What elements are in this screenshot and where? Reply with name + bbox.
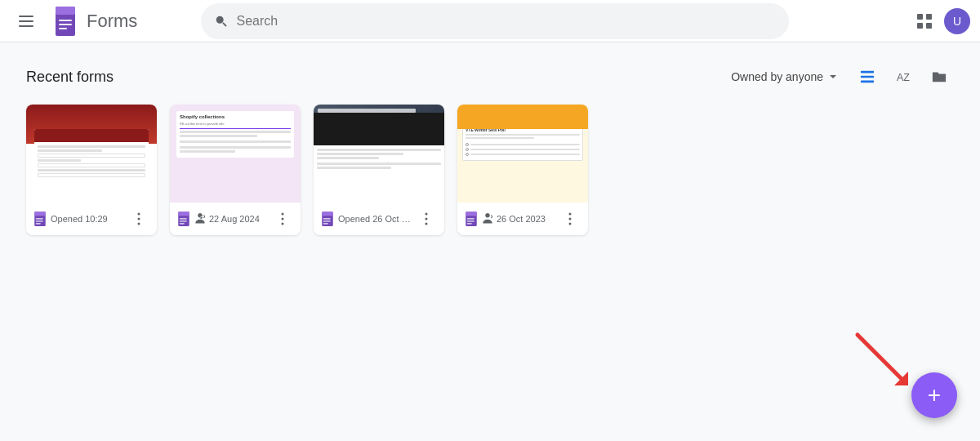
- svg-rect-33: [322, 212, 333, 216]
- apps-button[interactable]: [908, 5, 941, 38]
- card-meta-4: 26 Oct 2023: [497, 214, 555, 224]
- svg-line-48: [858, 335, 902, 380]
- card-footer-3: Opened 26 Oct 2023: [314, 203, 444, 235]
- card-more-button-4[interactable]: [559, 207, 581, 230]
- forms-card-icon-4: [464, 212, 479, 226]
- svg-rect-14: [861, 81, 874, 83]
- svg-marker-49: [894, 372, 908, 385]
- forms-card-icon-2: [176, 212, 191, 226]
- search-bar-container: [201, 3, 789, 39]
- owned-by-button[interactable]: Owned by anyone: [724, 67, 846, 87]
- svg-rect-8: [917, 14, 923, 20]
- list-view-icon: [860, 69, 875, 84]
- svg-rect-28: [180, 223, 185, 224]
- svg-rect-5: [59, 20, 72, 21]
- form-card-1[interactable]: Opened 10:29: [26, 105, 157, 235]
- svg-rect-1: [19, 20, 33, 22]
- svg-point-30: [282, 218, 284, 220]
- svg-rect-4: [56, 7, 75, 15]
- svg-point-45: [569, 213, 572, 216]
- app-name: Forms: [87, 11, 137, 32]
- svg-rect-12: [861, 71, 874, 74]
- svg-rect-20: [36, 223, 41, 224]
- svg-rect-9: [926, 14, 932, 20]
- svg-rect-34: [323, 218, 331, 219]
- cards-grid: Opened 10:29 Shopify collections Fill ou…: [26, 105, 954, 235]
- card-preview-1: [26, 105, 157, 203]
- folder-icon: [932, 69, 947, 84]
- svg-rect-26: [180, 218, 187, 219]
- main-content: Recent forms Owned by anyone AZ: [0, 42, 980, 255]
- svg-point-47: [569, 223, 572, 225]
- list-view-button[interactable]: [853, 62, 882, 91]
- arrow-hint: [849, 327, 915, 392]
- svg-rect-36: [323, 223, 328, 224]
- svg-point-22: [138, 218, 140, 220]
- forms-logo-icon: [49, 5, 82, 38]
- card-preview-4: VTE Winter Skill Poll: [457, 105, 588, 203]
- svg-rect-42: [467, 218, 474, 219]
- svg-rect-25: [178, 212, 189, 216]
- card-more-button-2[interactable]: [271, 207, 294, 230]
- svg-rect-2: [19, 25, 33, 27]
- preview-content-4: VTE Winter Skill Poll: [462, 124, 583, 161]
- svg-rect-35: [323, 220, 331, 221]
- sort-button[interactable]: AZ: [889, 62, 918, 91]
- svg-point-31: [282, 223, 284, 225]
- search-bar: [201, 3, 789, 39]
- avatar[interactable]: U: [944, 8, 970, 34]
- svg-rect-43: [467, 220, 474, 221]
- menu-button[interactable]: [10, 5, 42, 38]
- header: Forms U: [0, 0, 980, 42]
- svg-rect-13: [861, 76, 874, 78]
- card-meta-1: Opened 10:29: [51, 214, 124, 224]
- card-footer-1: Opened 10:29: [26, 203, 157, 235]
- svg-point-37: [425, 213, 428, 216]
- svg-rect-19: [36, 220, 43, 221]
- owned-by-label: Owned by anyone: [731, 70, 823, 83]
- more-vert-icon-4: [564, 212, 577, 225]
- svg-point-29: [282, 213, 284, 216]
- folder-view-button[interactable]: [924, 62, 954, 91]
- card-footer-4: 26 Oct 2023: [457, 203, 588, 235]
- card-more-button-1[interactable]: [127, 207, 150, 230]
- svg-point-39: [425, 223, 428, 225]
- forms-card-icon-1: [33, 212, 47, 226]
- section-title: Recent forms: [26, 69, 114, 86]
- svg-point-38: [425, 218, 428, 220]
- svg-rect-18: [36, 218, 43, 219]
- new-form-fab[interactable]: +: [911, 372, 957, 418]
- hamburger-icon: [19, 16, 33, 27]
- svg-point-46: [569, 218, 572, 220]
- section-controls: Owned by anyone AZ: [724, 62, 954, 91]
- preview-content-2: Shopify collections Fill out this form t…: [176, 111, 294, 158]
- app-logo[interactable]: Forms: [49, 5, 137, 38]
- section-header: Recent forms Owned by anyone AZ: [26, 62, 954, 91]
- svg-rect-11: [926, 23, 932, 29]
- form-card-2[interactable]: Shopify collections Fill out this form t…: [170, 105, 301, 235]
- svg-text:AZ: AZ: [897, 72, 910, 83]
- svg-rect-6: [59, 24, 72, 25]
- grid-icon: [916, 13, 933, 29]
- search-input[interactable]: [237, 14, 776, 29]
- svg-point-21: [138, 213, 140, 216]
- card-preview-2: Shopify collections Fill out this form t…: [170, 105, 301, 203]
- sort-icon: AZ: [896, 69, 911, 84]
- search-icon: [214, 14, 229, 29]
- header-actions: U: [908, 5, 970, 38]
- svg-rect-10: [917, 23, 923, 29]
- more-vert-icon-3: [420, 212, 433, 225]
- card-meta-3: Opened 26 Oct 2023: [338, 214, 412, 224]
- svg-rect-0: [19, 16, 33, 17]
- svg-rect-44: [467, 223, 472, 224]
- form-card-3[interactable]: Opened 26 Oct 2023: [314, 105, 444, 235]
- form-card-4[interactable]: VTE Winter Skill Poll: [457, 105, 588, 235]
- avatar-initial: U: [953, 15, 961, 28]
- svg-rect-27: [180, 220, 187, 221]
- shared-icon-4: [482, 213, 493, 225]
- plus-icon: +: [928, 384, 941, 407]
- card-preview-3: [314, 105, 444, 203]
- card-more-button-3[interactable]: [415, 207, 438, 230]
- card-footer-2: 22 Aug 2024: [170, 203, 301, 235]
- svg-rect-41: [466, 212, 477, 216]
